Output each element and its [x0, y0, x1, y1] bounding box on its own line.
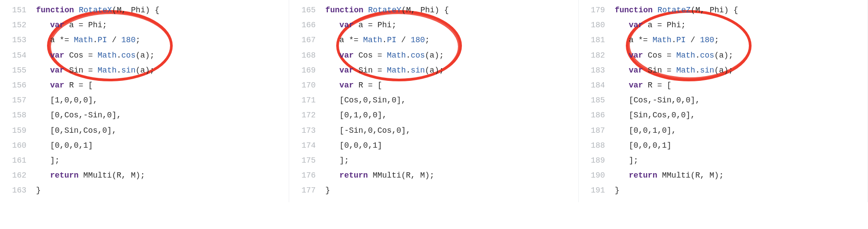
line-number: 191 [579, 183, 615, 198]
code-line: 181 a *= Math.PI / 180; [579, 33, 868, 47]
line-number: 169 [289, 63, 325, 78]
line-number: 186 [579, 108, 615, 123]
code-line: 173 [-Sin,0,Cos,0], [289, 123, 578, 138]
code-line: 170 var R = [ [289, 78, 578, 93]
line-number: 190 [579, 168, 615, 183]
line-number: 188 [579, 138, 615, 153]
line-number: 181 [579, 33, 615, 47]
code-line: 176 return MMulti(R, M); [289, 168, 578, 183]
code-line: 152 var a = Phi; [0, 18, 289, 33]
code-line: 160 [0,0,0,1] [0, 138, 289, 153]
code-line: 168 var Cos = Math.cos(a); [289, 48, 578, 63]
code-line: 169 var Sin = Math.sin(a); [289, 63, 578, 78]
line-number: 156 [0, 78, 36, 93]
code-pane-rotatez: 179 function RotateZ(M, Phi) { 180 var a… [579, 0, 868, 202]
code-line: 185 [Cos,-Sin,0,0], [579, 93, 868, 108]
code-line: 171 [Cos,0,Sin,0], [289, 93, 578, 108]
code-line: 179 function RotateZ(M, Phi) { [579, 3, 868, 18]
line-number: 175 [289, 153, 325, 168]
code-line: 167 a *= Math.PI / 180; [289, 33, 578, 47]
code-line: 186 [Sin,Cos,0,0], [579, 108, 868, 123]
code-line: 177 } [289, 183, 578, 198]
code-line: 172 [0,1,0,0], [289, 108, 578, 123]
code-line: 166 var a = Phi; [289, 18, 578, 33]
code-line: 153 a *= Math.PI / 180; [0, 33, 289, 47]
line-number: 185 [579, 93, 615, 108]
line-number: 182 [579, 48, 615, 63]
line-number: 176 [289, 168, 325, 183]
line-number: 168 [289, 48, 325, 63]
line-number: 160 [0, 138, 36, 153]
code-line: 154 var Cos = Math.cos(a); [0, 48, 289, 63]
code-line: 175 ]; [289, 153, 578, 168]
line-number: 180 [579, 18, 615, 33]
code-line: 174 [0,0,0,1] [289, 138, 578, 153]
line-number: 158 [0, 108, 36, 123]
line-number: 165 [289, 3, 325, 18]
code-pane-rotatey: 165 function RotateY(M, Phi) { 166 var a… [289, 0, 578, 202]
code-line: 162 return MMulti(R, M); [0, 168, 289, 183]
code-line: 188 [0,0,0,1] [579, 138, 868, 153]
code-line: 151 function RotateX(M, Phi) { [0, 3, 289, 18]
line-number: 171 [289, 93, 325, 108]
code-line: 156 var R = [ [0, 78, 289, 93]
line-number: 155 [0, 63, 36, 78]
line-number: 170 [289, 78, 325, 93]
code-line: 189 ]; [579, 153, 868, 168]
line-number: 184 [579, 78, 615, 93]
line-number: 159 [0, 123, 36, 138]
line-number: 183 [579, 63, 615, 78]
code-line: 191 } [579, 183, 868, 198]
code-line: 187 [0,0,1,0], [579, 123, 868, 138]
code-line: 163 } [0, 183, 289, 198]
code-line: 184 var R = [ [579, 78, 868, 93]
line-number: 167 [289, 33, 325, 47]
code-line: 183 var Sin = Math.sin(a); [579, 63, 868, 78]
line-number: 187 [579, 123, 615, 138]
code-line: 190 return MMulti(R, M); [579, 168, 868, 183]
line-number: 163 [0, 183, 36, 198]
code-pane-rotatex: 151 function RotateX(M, Phi) { 152 var a… [0, 0, 289, 202]
line-number: 174 [289, 138, 325, 153]
line-number: 173 [289, 123, 325, 138]
line-number: 166 [289, 18, 325, 33]
code-line: 182 var Cos = Math.cos(a); [579, 48, 868, 63]
line-number: 177 [289, 183, 325, 198]
code-line: 155 var Sin = Math.sin(a); [0, 63, 289, 78]
code-line: 157 [1,0,0,0], [0, 93, 289, 108]
line-number: 152 [0, 18, 36, 33]
line-number: 153 [0, 33, 36, 47]
code-line: 158 [0,Cos,-Sin,0], [0, 108, 289, 123]
line-number: 157 [0, 93, 36, 108]
line-number: 161 [0, 153, 36, 168]
line-number: 154 [0, 48, 36, 63]
line-number: 162 [0, 168, 36, 183]
line-number: 179 [579, 3, 615, 18]
code-line: 161 ]; [0, 153, 289, 168]
code-line: 165 function RotateY(M, Phi) { [289, 3, 578, 18]
line-number: 189 [579, 153, 615, 168]
code-line: 180 var a = Phi; [579, 18, 868, 33]
line-number: 172 [289, 108, 325, 123]
line-number: 151 [0, 3, 36, 18]
code-line: 159 [0,Sin,Cos,0], [0, 123, 289, 138]
